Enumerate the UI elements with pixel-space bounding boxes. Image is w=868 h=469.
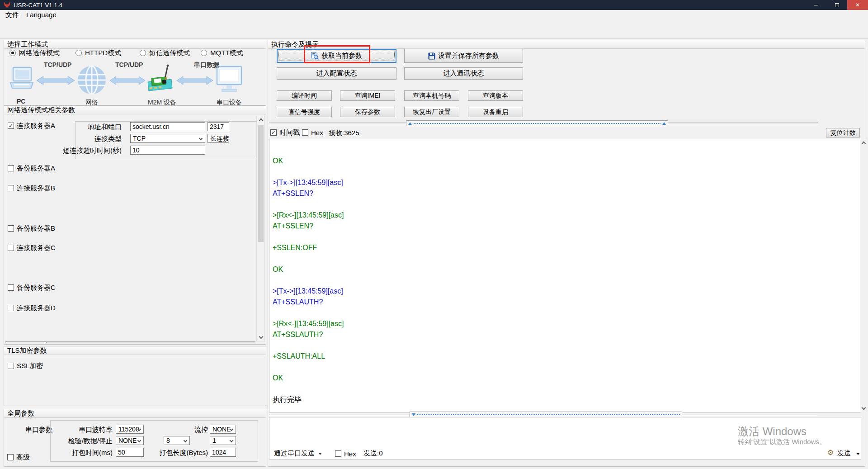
scroll-up-icon[interactable]: [259, 118, 264, 123]
checkbox-icon: [8, 165, 14, 171]
send-via-dropdown[interactable]: 通过串口发送: [274, 449, 322, 458]
g-flow-select[interactable]: NONE: [210, 425, 236, 434]
mode-label: 网络透传模式: [19, 49, 60, 57]
minimize-button[interactable]: [806, 0, 826, 10]
terminal-line: AT+SSLEN?: [273, 221, 861, 232]
server-list-scrollbar[interactable]: [256, 116, 265, 341]
terminal-line: AT+SSLAUTH?: [273, 297, 861, 308]
terminal-scrollbar[interactable]: [860, 139, 868, 412]
radio-icon: [140, 50, 146, 56]
menu-file[interactable]: 文件: [2, 10, 23, 20]
terminal-line: >[Tx->][13:45:59][asc]: [273, 177, 861, 188]
set-save-params-button[interactable]: 设置并保存所有参数: [404, 49, 523, 63]
server-a-address-input[interactable]: socket.usr.cn: [130, 122, 205, 131]
menu-language[interactable]: Language: [23, 10, 60, 20]
node-label-pc: PC: [17, 98, 25, 105]
send-hex-checkbox[interactable]: Hex: [335, 450, 356, 457]
cmd-button-5[interactable]: 查信号强度: [277, 107, 332, 117]
checkbox-icon: [8, 284, 14, 291]
cmd-button-3[interactable]: 查询本机号码: [404, 90, 459, 101]
mode-radio-1[interactable]: 网络透传模式: [9, 49, 60, 57]
server-checkbox-6[interactable]: 连接服务器D: [8, 304, 56, 312]
timestamp-checkbox[interactable]: ✓ 时间戳: [270, 129, 300, 136]
terminal-line: >[Rx<-][13:45:59][asc]: [273, 210, 861, 221]
server-list-hscrollbar[interactable]: [5, 341, 255, 343]
caret-down-icon: [856, 453, 860, 455]
server-checkbox-3[interactable]: 备份服务器B: [8, 225, 55, 232]
terminal-line: [273, 308, 861, 318]
terminal-line: OK: [273, 264, 861, 275]
mode-radio-3[interactable]: 短信透传模式: [140, 49, 190, 57]
network-params-header: 网络透传模式相关参数: [4, 106, 266, 114]
g-baud-select[interactable]: 115200: [116, 425, 144, 434]
chevron-down-icon: [199, 137, 203, 140]
cmd-button-1[interactable]: 编译时间: [277, 90, 332, 101]
cmd-button-8[interactable]: 设备重启: [468, 107, 523, 117]
terminal-line: +SSLEN:OFF: [273, 242, 861, 253]
g-flow-label: 流控: [167, 426, 208, 434]
checkbox-icon: [302, 129, 308, 136]
scrollbar-thumb[interactable]: [258, 125, 264, 242]
timeout-input[interactable]: 10: [130, 146, 205, 155]
chevron-down-icon: [137, 439, 141, 442]
g-stopbits-select[interactable]: 1: [210, 436, 236, 445]
enter-config-button[interactable]: 进入配置状态: [277, 67, 396, 80]
enter-comm-button[interactable]: 进入通讯状态: [404, 67, 523, 80]
activate-windows-watermark-sub: 转到“设置”以激活 Windows。: [738, 438, 826, 446]
keep-type-select[interactable]: 长连接: [208, 134, 229, 143]
mode-label: 短信透传模式: [149, 49, 190, 57]
receive-slider-thumb[interactable]: [406, 120, 668, 126]
scroll-down-icon[interactable]: [259, 335, 264, 339]
conn-type-select[interactable]: TCP: [130, 134, 205, 143]
radio-icon: [75, 50, 82, 56]
save-params-icon: [428, 52, 435, 60]
maximize-button[interactable]: [826, 0, 847, 10]
g-databits-select[interactable]: 8: [164, 436, 190, 445]
slider-handle-icon: [412, 413, 415, 416]
link-label: TCP/UDP: [44, 61, 71, 68]
send-button[interactable]: 发送: [837, 449, 860, 458]
server-checkbox-5[interactable]: 备份服务器C: [8, 284, 56, 291]
advanced-checkbox[interactable]: 高级: [7, 454, 30, 461]
hscrollbar-thumb[interactable]: [5, 341, 47, 343]
app-logo-icon: [4, 2, 10, 8]
cmd-button-7[interactable]: 恢复出厂设置: [404, 107, 459, 117]
checkbox-icon: [7, 454, 14, 460]
server-checkbox-4[interactable]: 连接服务器C: [8, 244, 56, 251]
cmd-button-6[interactable]: 保存参数: [340, 107, 395, 117]
server-a-port-input[interactable]: 2317: [208, 122, 229, 131]
terminal-line: [273, 232, 861, 242]
mode-radio-2[interactable]: HTTPD模式: [75, 49, 121, 57]
receive-terminal[interactable]: OK>[Tx->][13:45:59][asc]AT+SSLEN?>[Rx<-]…: [269, 139, 861, 412]
radio-icon: [201, 50, 207, 56]
conn-type-label: 连接类型: [31, 135, 122, 143]
terminal-line: [273, 166, 861, 177]
terminal-line: [273, 362, 861, 373]
radio-icon: [9, 50, 16, 56]
close-button[interactable]: ✕: [847, 0, 868, 10]
ssl-checkbox[interactable]: SSL加密: [8, 362, 43, 370]
packlen-input[interactable]: 1024: [210, 448, 236, 457]
network-globe-icon: [76, 65, 107, 95]
scroll-down-icon[interactable]: [862, 406, 866, 410]
link-label: TCP/UDP: [115, 61, 143, 68]
scroll-up-icon[interactable]: [862, 142, 866, 146]
pc-icon: [9, 66, 35, 95]
annotation-highlight-box: [304, 45, 370, 63]
slider-handle-icon: [662, 122, 666, 125]
send-settings-icon[interactable]: ⚙: [827, 448, 834, 457]
recv-hex-checkbox[interactable]: Hex: [302, 129, 323, 136]
packtime-input[interactable]: 50: [116, 448, 144, 457]
addr-port-label: 地址和端口: [31, 123, 122, 132]
terminal-line: [273, 275, 861, 286]
mode-radio-4[interactable]: MQTT模式: [201, 49, 243, 57]
g-parity-select[interactable]: NONE: [116, 436, 144, 445]
reset-counter-button[interactable]: 复位计数: [826, 128, 860, 137]
terminal-line: 执行完毕: [273, 394, 861, 405]
server-checkbox-2[interactable]: 连接服务器B: [8, 185, 55, 192]
menu-bar: 文件 Language: [0, 10, 868, 20]
cmd-button-2[interactable]: 查询IMEI: [340, 90, 395, 101]
server-checkbox-1[interactable]: 备份服务器A: [8, 165, 55, 172]
serial-device-icon: [216, 66, 243, 95]
cmd-button-4[interactable]: 查询版本: [468, 90, 523, 101]
